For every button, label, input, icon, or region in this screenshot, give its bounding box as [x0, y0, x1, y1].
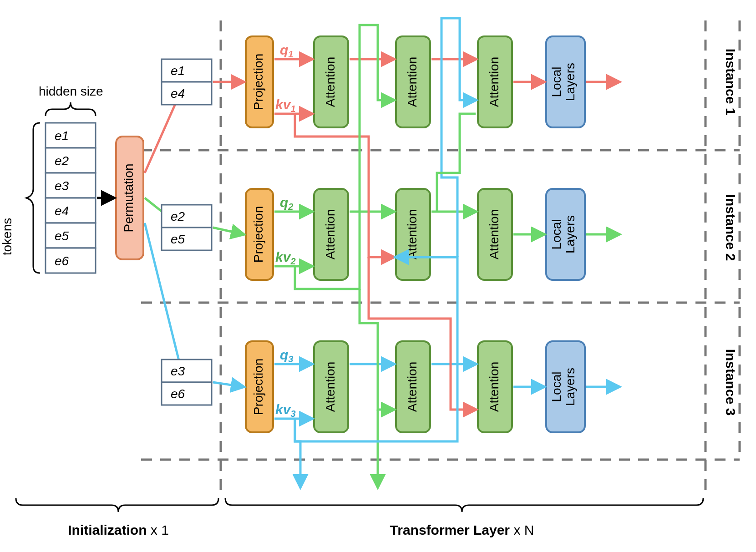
attention-label: Attention [405, 362, 419, 412]
instance3-label: Instance 3 [723, 349, 738, 416]
q2-label: q2 [280, 195, 293, 212]
attention-label: Attention [405, 209, 419, 260]
svg-rect-6 [46, 123, 96, 148]
svg-rect-17 [162, 82, 212, 105]
instance1-label: Instance 1 [723, 49, 738, 116]
split-cell: e3 [171, 364, 185, 378]
token-cell: e4 [55, 204, 69, 218]
attention-label: Attention [487, 209, 501, 260]
split-instance1: e1 e4 [162, 59, 212, 105]
local-layers-label: Layers [563, 368, 577, 406]
split-cell: e5 [171, 232, 185, 246]
hidden-size-label: hidden size [39, 84, 103, 98]
projection-label: Projection [251, 359, 265, 415]
attention-label: Attention [323, 362, 337, 412]
token-stack: e1 e2 e3 e4 e5 e6 [46, 123, 96, 273]
svg-rect-21 [162, 382, 212, 405]
tokens-label: tokens [0, 218, 14, 256]
local-layers-label: Local [549, 67, 563, 97]
q3-label: q3 [280, 347, 293, 364]
attention-label: Attention [323, 57, 337, 107]
kv1-label: kv1 [275, 97, 296, 114]
svg-rect-9 [46, 198, 96, 223]
token-cell: e3 [55, 179, 69, 193]
svg-rect-20 [162, 360, 212, 382]
projection-label: Projection [251, 54, 265, 111]
svg-rect-11 [46, 248, 96, 273]
attention-label: Attention [323, 209, 337, 260]
attention-label: Attention [405, 57, 419, 107]
svg-line-33 [213, 228, 244, 234]
split-instance3: e3 e6 [162, 360, 212, 405]
projection-label: Projection [251, 206, 265, 263]
token-cell: e5 [55, 229, 69, 243]
svg-rect-8 [46, 173, 96, 198]
token-cell: e2 [55, 154, 69, 168]
split-instance2: e2 e5 [162, 205, 212, 250]
init-section-label: Initialization x 1 [68, 522, 169, 537]
local-layers-label: Local [549, 372, 563, 402]
local-layers-label: Layers [563, 63, 577, 101]
attention-label: Attention [487, 362, 501, 412]
svg-rect-7 [46, 148, 96, 173]
local-layers-label: Layers [563, 215, 577, 253]
split-cell: e1 [171, 64, 185, 78]
svg-rect-18 [162, 205, 212, 228]
instance2-label: Instance 2 [723, 194, 738, 261]
diagram-canvas: e1 e2 e3 e4 e5 e6 hidden size tokens Per… [0, 0, 756, 552]
local-layers-label: Local [549, 219, 563, 250]
permutation-label: Permutation [122, 164, 136, 233]
split-cell: e4 [171, 86, 185, 101]
attention-label: Attention [487, 57, 501, 107]
svg-line-34 [213, 382, 244, 387]
kv3-label: kv3 [275, 402, 296, 419]
svg-rect-10 [46, 223, 96, 248]
split-cell: e6 [171, 387, 185, 401]
kv2-label: kv2 [275, 249, 296, 266]
token-cell: e6 [55, 254, 69, 268]
xf-section-label: Transformer Layer x N [390, 522, 534, 537]
split-cell: e2 [171, 209, 185, 223]
q1-label: q1 [280, 42, 293, 59]
svg-rect-19 [162, 228, 212, 250]
svg-rect-16 [162, 59, 212, 82]
token-cell: e1 [55, 129, 69, 143]
